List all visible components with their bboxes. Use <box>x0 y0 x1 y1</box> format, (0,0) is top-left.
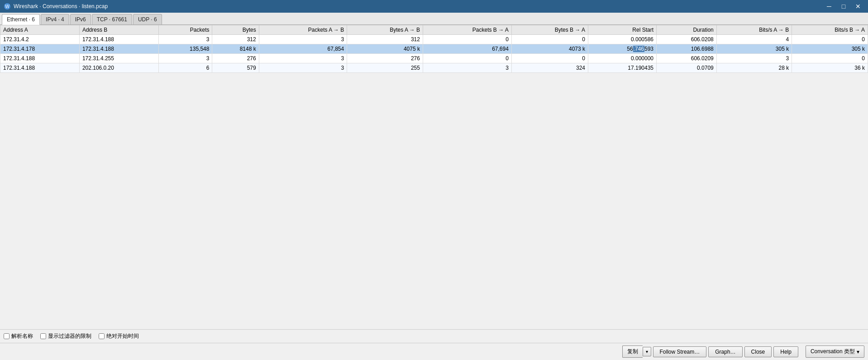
cell-packets: 135,548 <box>158 44 212 54</box>
table-row[interactable]: 172.31.4.188202.106.0.2065793255332417.1… <box>0 63 868 73</box>
cell-pkts_a_b: 67,854 <box>259 44 347 54</box>
tab-bar: Ethernet · 6IPv4 · 4IPv6TCP · 67661UDP ·… <box>0 13 868 25</box>
cell-pkts_b_a: 0 <box>423 35 511 44</box>
cell-duration: 606.0208 <box>657 35 717 44</box>
copy-split-button: 复制 ▾ <box>622 346 651 358</box>
tab-ipv4[interactable]: IPv4 · 4 <box>41 14 69 24</box>
follow-stream-button[interactable]: Follow Stream… <box>653 346 707 357</box>
show-filter-checkbox[interactable] <box>40 333 46 339</box>
graph-button[interactable]: Graph… <box>708 346 742 357</box>
cell-addr_a: 172.31.4.188 <box>0 54 80 63</box>
cell-addr_a: 172.31.4.2 <box>0 35 80 44</box>
cell-bits_b_a: 0 <box>792 54 868 63</box>
absolute-time-checkbox[interactable] <box>99 333 105 339</box>
cell-bits_a_b: 28 k <box>716 63 792 73</box>
col-header-bytes_a_b[interactable]: Bytes A → B <box>347 25 423 35</box>
cell-pkts_b_a: 3 <box>423 63 511 73</box>
cell-bytes_a_b: 312 <box>347 35 423 44</box>
help-button[interactable]: Help <box>773 346 798 357</box>
cell-addr_b: 172.31.4.188 <box>79 44 158 54</box>
table-row[interactable]: 172.31.4.178172.31.4.188135,5488148 k67,… <box>0 44 868 54</box>
table-row[interactable]: 172.31.4.2172.31.4.18833123312000.000586… <box>0 35 868 44</box>
cell-bytes_a_b: 4075 k <box>347 44 423 54</box>
col-header-bytes_b_a[interactable]: Bytes B → A <box>511 25 588 35</box>
cell-addr_a: 172.31.4.178 <box>0 44 80 54</box>
absolute-time-checkbox-label[interactable]: 绝对开始时间 <box>99 332 139 340</box>
cell-packets: 3 <box>158 35 212 44</box>
cell-addr_a: 172.31.4.188 <box>0 63 80 73</box>
minimize-button[interactable]: ─ <box>823 2 835 11</box>
cell-pkts_a_b: 3 <box>259 63 347 73</box>
conversation-type-label: Conversation 类型 <box>811 348 855 355</box>
title-bar: W Wireshark · Conversations · listen.pca… <box>0 0 868 13</box>
table-header-row: Address AAddress BPacketsBytesPackets A … <box>0 25 868 35</box>
copy-dropdown-button[interactable]: ▾ <box>643 347 651 356</box>
table-row[interactable]: 172.31.4.188172.31.4.25532763276000.0000… <box>0 54 868 63</box>
cell-bytes: 276 <box>212 54 259 63</box>
conversation-type-arrow-icon: ▾ <box>857 349 859 355</box>
cell-pkts_b_a: 0 <box>423 54 511 63</box>
tab-ipv6[interactable]: IPv6 <box>70 14 91 24</box>
resolve-names-checkbox[interactable] <box>4 333 10 339</box>
cell-bytes_a_b: 276 <box>347 54 423 63</box>
col-header-pkts_b_a[interactable]: Packets B → A <box>423 25 511 35</box>
copy-button[interactable]: 复制 <box>622 346 643 358</box>
cell-pkts_a_b: 3 <box>259 54 347 63</box>
col-header-addr_b[interactable]: Address B <box>79 25 158 35</box>
cell-addr_b: 172.31.4.255 <box>79 54 158 63</box>
resolve-names-label: 解析名称 <box>11 332 33 340</box>
tab-udp[interactable]: UDP · 6 <box>133 14 162 24</box>
cell-bits_b_a: 0 <box>792 35 868 44</box>
bottom-buttons-bar: 复制 ▾ Follow Stream… Graph… Close Help Co… <box>0 343 868 360</box>
cell-duration: 606.0209 <box>657 54 717 63</box>
cell-bits_b_a: 36 k <box>792 63 868 73</box>
bottom-options-bar: 解析名称 显示过滤器的限制 绝对开始时间 <box>0 329 868 343</box>
cell-rel_start: 17.190435 <box>588 63 657 73</box>
cell-bytes_a_b: 255 <box>347 63 423 73</box>
close-button[interactable]: Close <box>744 346 772 357</box>
col-header-pkts_a_b[interactable]: Packets A → B <box>259 25 347 35</box>
resolve-names-checkbox-label[interactable]: 解析名称 <box>4 332 33 340</box>
close-window-button[interactable]: ✕ <box>852 2 864 11</box>
app-window: W Wireshark · Conversations · listen.pca… <box>0 0 868 360</box>
cell-bits_a_b: 4 <box>716 35 792 44</box>
cell-pkts_a_b: 3 <box>259 35 347 44</box>
cell-packets: 6 <box>158 63 212 73</box>
cell-addr_b: 172.31.4.188 <box>79 35 158 44</box>
col-header-duration[interactable]: Duration <box>657 25 717 35</box>
show-filter-checkbox-label[interactable]: 显示过滤器的限制 <box>40 332 91 340</box>
col-header-addr_a[interactable]: Address A <box>0 25 80 35</box>
svg-text:W: W <box>5 4 10 9</box>
table-container[interactable]: Address AAddress BPacketsBytesPackets A … <box>0 25 868 329</box>
cell-bits_a_b: 3 <box>716 54 792 63</box>
cell-bytes: 8148 k <box>212 44 259 54</box>
window-controls: ─ □ ✕ <box>823 2 864 11</box>
cell-addr_b: 202.106.0.20 <box>79 63 158 73</box>
cell-packets: 3 <box>158 54 212 63</box>
highlight-span: .746 <box>633 46 644 52</box>
conversation-type-button[interactable]: Conversation 类型 ▾ <box>806 346 864 358</box>
cell-bytes_b_a: 324 <box>511 63 588 73</box>
col-header-bits_a_b[interactable]: Bits/s A → B <box>716 25 792 35</box>
col-header-bits_b_a[interactable]: Bits/s B → A <box>792 25 868 35</box>
tab-tcp[interactable]: TCP · 67661 <box>92 14 132 24</box>
absolute-time-label: 绝对开始时间 <box>106 332 139 340</box>
col-header-rel_start[interactable]: Rel Start <box>588 25 657 35</box>
cell-bytes_b_a: 0 <box>511 54 588 63</box>
cell-bytes: 312 <box>212 35 259 44</box>
cell-duration: 106.6988 <box>657 44 717 54</box>
cell-rel_start: 56.746593 <box>588 44 657 54</box>
tab-ethernet[interactable]: Ethernet · 6 <box>2 14 40 25</box>
show-filter-label: 显示过滤器的限制 <box>48 332 91 340</box>
col-header-bytes[interactable]: Bytes <box>212 25 259 35</box>
conversations-table: Address AAddress BPacketsBytesPackets A … <box>0 25 868 73</box>
wireshark-icon: W <box>4 3 11 10</box>
col-header-packets[interactable]: Packets <box>158 25 212 35</box>
cell-bytes: 579 <box>212 63 259 73</box>
cell-bits_a_b: 305 k <box>716 44 792 54</box>
window-title: Wireshark · Conversations · listen.pcap <box>14 3 108 10</box>
maximize-button[interactable]: □ <box>837 2 850 11</box>
cell-pkts_b_a: 67,694 <box>423 44 511 54</box>
cell-bytes_b_a: 4073 k <box>511 44 588 54</box>
cell-rel_start: 0.000586 <box>588 35 657 44</box>
